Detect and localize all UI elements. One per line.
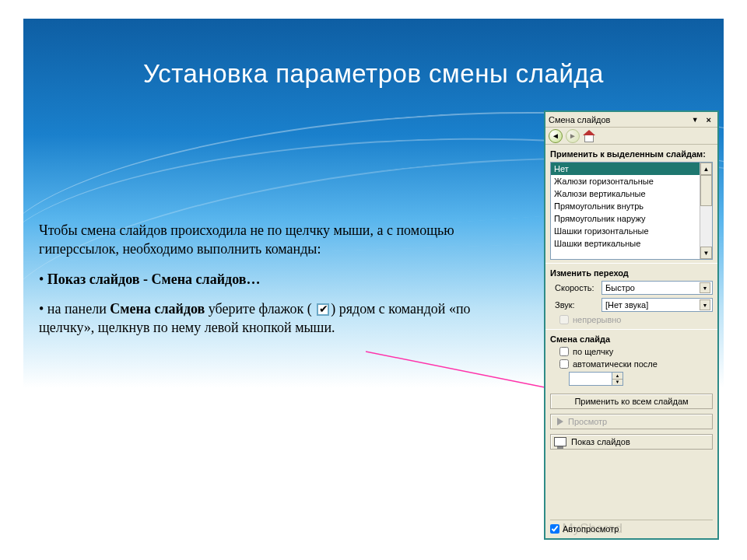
home-icon[interactable] [583, 131, 595, 142]
body-text: Чтобы смена слайдов происходила не по ще… [39, 221, 486, 348]
slide-canvas: Установка параметров смены слайда Чтобы … [23, 19, 724, 546]
scrollbar[interactable]: ▲ ▼ [700, 163, 712, 259]
chevron-down-icon[interactable]: ▼ [700, 299, 710, 310]
list-item[interactable]: Шашки вертикальные [551, 237, 700, 250]
close-icon[interactable]: × [703, 115, 714, 124]
forward-icon[interactable]: ► [566, 129, 580, 143]
intro-paragraph: Чтобы смена слайдов происходила не по ще… [39, 221, 486, 259]
svg-line-0 [366, 352, 552, 389]
apply-to-label: Применить к выделенным слайдам: [545, 145, 717, 162]
sound-label: Звук: [555, 300, 597, 310]
projector-icon [554, 437, 566, 446]
spin-down-icon[interactable]: ▼ [612, 380, 622, 386]
list-item[interactable]: Прямоугольник внутрь [551, 200, 700, 212]
watermark: MyShared [563, 521, 622, 537]
pane-titlebar: Смена слайдов ▼ × [545, 112, 717, 128]
loop-sound-checkbox[interactable]: непрерывно [545, 313, 717, 326]
bullet-item-1: Показ слайдов - Смена слайдов… [39, 270, 486, 289]
spin-up-icon[interactable]: ▲ [612, 373, 622, 380]
bullet-item-2: на панели Смена слайдов уберите флажок (… [39, 299, 486, 338]
scroll-up-icon[interactable]: ▲ [700, 163, 712, 175]
sound-select[interactable]: [Нет звука] ▼ [601, 298, 713, 312]
advance-slide-header: Смена слайда [545, 329, 717, 345]
list-item[interactable]: Жалюзи горизонтальные [551, 175, 700, 187]
scroll-down-icon[interactable]: ▼ [700, 247, 712, 259]
callout-arrow [366, 345, 568, 400]
slide-title: Установка параметров смены слайда [23, 59, 724, 89]
list-item[interactable]: Шашки горизонтальные [551, 225, 700, 237]
apply-all-button[interactable]: Применить ко всем слайдам [550, 394, 713, 409]
list-item[interactable]: Нет [551, 163, 700, 175]
transition-task-pane: Смена слайдов ▼ × ◄ ► Применить к выделе… [544, 110, 719, 540]
auto-after-time[interactable]: ▲ ▼ [545, 370, 717, 389]
sound-row: Звук: [Нет звука] ▼ [545, 296, 717, 313]
on-click-checkbox[interactable]: по щелчку [545, 345, 717, 358]
speed-label: Скорость: [555, 283, 597, 292]
pane-title: Смена слайдов [549, 115, 687, 124]
checkbox-input[interactable] [559, 315, 569, 324]
modify-transition-header: Изменить переход [545, 263, 717, 279]
slideshow-button[interactable]: Показ слайдов [550, 434, 713, 450]
speed-select[interactable]: Быстро ▼ [601, 281, 713, 295]
checkbox-inline-icon [317, 303, 329, 316]
list-item[interactable]: Прямоугольник наружу [551, 212, 700, 225]
scroll-thumb[interactable] [700, 175, 712, 206]
play-button[interactable]: Просмотр [550, 414, 713, 429]
checkbox-input[interactable] [559, 347, 569, 356]
chevron-down-icon[interactable]: ▼ [700, 282, 710, 293]
speed-row: Скорость: Быстро ▼ [545, 279, 717, 296]
checkbox-input[interactable] [550, 524, 559, 534]
time-input[interactable] [569, 372, 612, 386]
auto-after-checkbox[interactable]: автоматически после [545, 358, 717, 370]
list-item[interactable]: Жалюзи вертикальные [551, 187, 700, 200]
transition-listbox[interactable]: Нет Жалюзи горизонтальные Жалюзи вертика… [550, 162, 713, 260]
checkbox-input[interactable] [559, 359, 569, 369]
pane-nav: ◄ ► [545, 128, 717, 145]
pane-menu-dropdown[interactable]: ▼ [692, 116, 699, 124]
back-icon[interactable]: ◄ [549, 129, 563, 143]
play-icon [557, 418, 563, 425]
